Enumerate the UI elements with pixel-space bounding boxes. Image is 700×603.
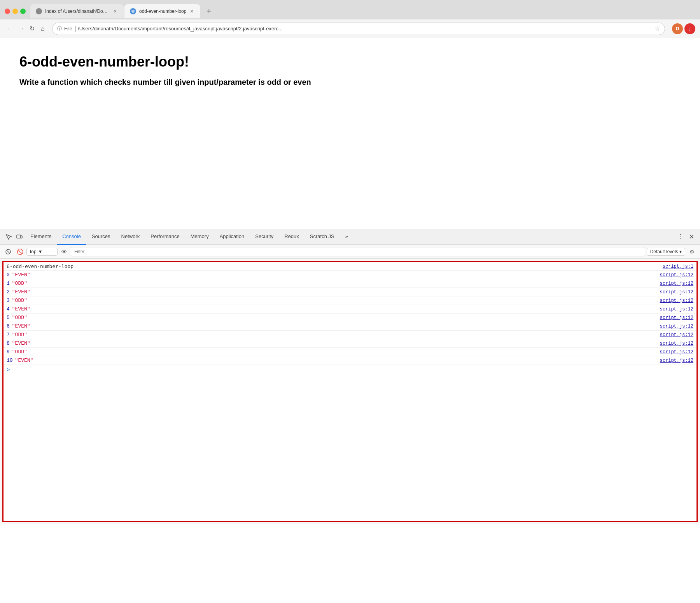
context-value: top <box>30 249 37 254</box>
tab-favicon-1 <box>36 8 42 14</box>
devtools-panel: Elements Console Sources Network Perform… <box>0 229 700 524</box>
tab-sources[interactable]: Sources <box>86 229 116 245</box>
console-row-8-text: 8"EVEN" <box>7 340 660 346</box>
tab-label-2: odd-even-number-loop <box>139 9 186 14</box>
tab-network[interactable]: Network <box>116 229 145 245</box>
traffic-lights <box>5 9 26 14</box>
tab-performance[interactable]: Performance <box>145 229 185 245</box>
tab-console[interactable]: Console <box>57 229 86 245</box>
tab-close-2[interactable]: × <box>189 8 195 14</box>
page-subtitle: Write a function which checks number til… <box>19 78 681 87</box>
console-row-4: 4"EVEN" script.js:12 <box>4 305 696 314</box>
tab-scratch-js[interactable]: Scratch JS <box>304 229 340 245</box>
page-title: 6-odd-even-number-loop! <box>19 54 681 70</box>
url-bar[interactable]: ⓘ File | /Users/dinanath/Documents/impor… <box>52 23 665 35</box>
console-row-2: 2"EVEN" script.js:12 <box>4 288 696 296</box>
context-selector[interactable]: top ▼ <box>26 248 58 256</box>
console-row-title-text: 6-odd-even-number-loop <box>7 263 663 269</box>
new-tab-button[interactable]: + <box>203 5 215 18</box>
select-element-icon[interactable] <box>3 231 14 242</box>
devtools-close-button[interactable]: ✕ <box>686 231 697 242</box>
console-output-highlighted: 6-odd-even-number-loop script.js:1 0"EVE… <box>2 261 698 522</box>
eye-icon[interactable]: 👁 <box>59 247 69 257</box>
console-row-9: 9"ODD" script.js:12 <box>4 348 696 356</box>
clear-console-button[interactable] <box>3 247 13 257</box>
console-row-0-text: 0"EVEN" <box>7 272 660 278</box>
context-dropdown-icon: ▼ <box>38 249 43 254</box>
console-row-title: 6-odd-even-number-loop script.js:1 <box>4 262 696 271</box>
tab-application[interactable]: Application <box>214 229 250 245</box>
console-row-4-text: 4"EVEN" <box>7 306 660 312</box>
devtools-more-options[interactable]: ⋮ <box>675 231 686 242</box>
console-source-r3[interactable]: script.js:12 <box>660 298 693 303</box>
console-input-row[interactable]: > <box>4 365 696 375</box>
console-row-9-text: 9"ODD" <box>7 349 660 355</box>
console-source-0[interactable]: script.js:12 <box>660 272 693 278</box>
console-source-r10[interactable]: script.js:12 <box>660 358 693 363</box>
tab-security[interactable]: Security <box>250 229 279 245</box>
console-source-r7[interactable]: script.js:12 <box>660 332 693 338</box>
console-source-r5[interactable]: script.js:12 <box>660 315 693 321</box>
tab-label-1: Index of /Users/dinanath/Docum... <box>45 9 110 14</box>
tab-redux[interactable]: Redux <box>279 229 304 245</box>
console-source-1[interactable]: script.js:1 <box>663 264 693 269</box>
tab-index[interactable]: Index of /Users/dinanath/Docum... × <box>30 4 124 18</box>
minimize-button[interactable] <box>12 9 18 14</box>
console-row-1-text: 1"ODD" <box>7 280 660 286</box>
svg-point-0 <box>131 10 135 13</box>
file-label: File <box>64 26 72 32</box>
close-button[interactable] <box>5 9 10 14</box>
console-source-r2[interactable]: script.js:12 <box>660 289 693 295</box>
maximize-button[interactable] <box>20 9 26 14</box>
console-source-r8[interactable]: script.js:12 <box>660 341 693 346</box>
device-toggle-icon[interactable] <box>14 231 25 242</box>
forward-button[interactable]: → <box>16 23 26 34</box>
console-source-r1[interactable]: script.js:12 <box>660 281 693 286</box>
console-output: 6-odd-even-number-loop script.js:1 0"EVE… <box>4 262 696 521</box>
console-row-5-text: 5"ODD" <box>7 315 660 321</box>
info-icon: ⓘ <box>57 25 62 32</box>
console-row-10: 10"EVEN" script.js:12 <box>4 356 696 365</box>
url-text: /Users/dinanath/Documents/important/reso… <box>78 26 651 32</box>
tab-odd-even[interactable]: odd-even-number-loop × <box>124 4 200 18</box>
console-row-3-text: 3"ODD" <box>7 298 660 303</box>
console-toolbar: 🚫 top ▼ 👁 Default levels ▾ ⚙ <box>0 245 700 259</box>
back-button[interactable]: ← <box>5 23 16 34</box>
console-row-0: 0"EVEN" script.js:12 <box>4 271 696 279</box>
tab-close-1[interactable]: × <box>112 8 118 14</box>
console-row-7: 7"ODD" script.js:12 <box>4 331 696 339</box>
console-row-2-text: 2"EVEN" <box>7 289 660 295</box>
page-content: 6-odd-even-number-loop! Write a function… <box>0 38 700 229</box>
console-row-7-text: 7"ODD" <box>7 332 660 338</box>
console-row-8: 8"EVEN" script.js:12 <box>4 339 696 348</box>
home-button[interactable]: ⌂ <box>37 23 48 34</box>
svg-rect-1 <box>17 235 21 238</box>
console-row-1: 1"ODD" script.js:12 <box>4 279 696 288</box>
console-filter-input[interactable] <box>71 247 645 256</box>
devtools-tab-bar: Elements Console Sources Network Perform… <box>0 229 700 245</box>
default-levels-dropdown[interactable]: Default levels ▾ <box>647 248 685 256</box>
tab-favicon-2 <box>130 8 136 14</box>
bookmark-icon[interactable]: ☆ <box>654 25 660 32</box>
console-row-10-text: 10"EVEN" <box>7 358 660 363</box>
tab-elements[interactable]: Elements <box>25 229 57 245</box>
console-row-6: 6"EVEN" script.js:12 <box>4 322 696 331</box>
filter-toggle-button[interactable]: 🚫 <box>15 247 25 257</box>
console-row-5: 5"ODD" script.js:12 <box>4 314 696 322</box>
tab-more[interactable]: » <box>340 229 354 245</box>
console-prompt-symbol: > <box>7 367 10 373</box>
console-row-6-text: 6"EVEN" <box>7 323 660 329</box>
console-row-3: 3"ODD" script.js:12 <box>4 296 696 305</box>
url-separator: | <box>75 25 76 32</box>
console-source-r6[interactable]: script.js:12 <box>660 324 693 329</box>
console-source-r4[interactable]: script.js:12 <box>660 307 693 312</box>
tab-memory[interactable]: Memory <box>185 229 214 245</box>
default-levels-label: Default levels ▾ <box>650 249 682 254</box>
download-button[interactable]: ↓ <box>684 23 695 34</box>
nav-bar: ← → ↻ ⌂ ⓘ File | /Users/dinanath/Documen… <box>0 19 700 38</box>
user-avatar[interactable]: D <box>672 23 683 34</box>
console-source-r9[interactable]: script.js:12 <box>660 349 693 355</box>
reload-button[interactable]: ↻ <box>26 23 37 34</box>
console-settings-icon[interactable]: ⚙ <box>687 247 697 257</box>
svg-line-4 <box>7 251 9 253</box>
